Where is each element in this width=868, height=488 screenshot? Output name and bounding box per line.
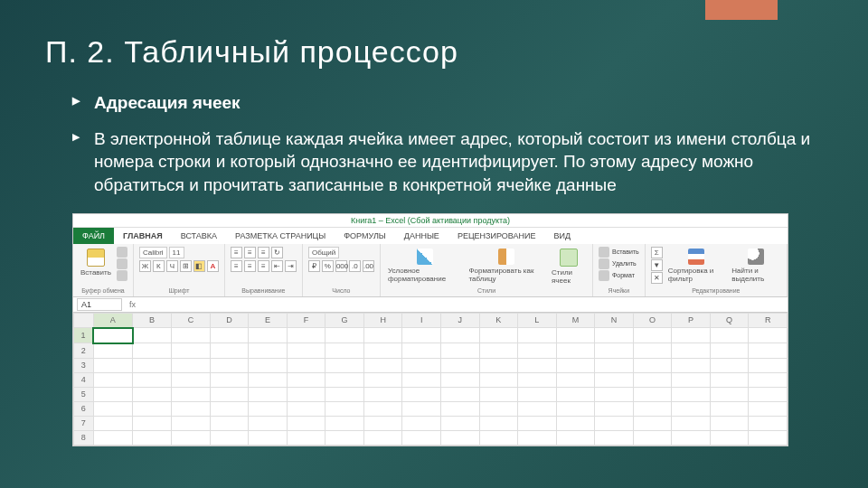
tab-formulas[interactable]: ФОРМУЛЫ [335, 228, 395, 244]
fill-btn[interactable]: ◧ [193, 260, 205, 272]
insert-cell[interactable]: Вставить [599, 247, 639, 258]
formula-bar: A1 fx [73, 297, 788, 313]
paste-icon [87, 249, 105, 267]
tab-home[interactable]: ГЛАВНАЯ [114, 228, 172, 244]
delete-cell[interactable]: Удалить [599, 258, 639, 269]
clear-icon[interactable]: ✕ [651, 272, 663, 284]
bullet-list: Адресация ячеек В электронной таблице ка… [72, 91, 823, 197]
group-font: Calibri11 ЖКЧ⊞◧A Шрифт [134, 244, 225, 296]
group-alignment: ≡≡≡↻ ≡≡≡⇤⇥ Выравнивание [225, 244, 303, 296]
font-size[interactable]: 11 [169, 247, 184, 258]
spreadsheet-grid[interactable]: ABCDEFGHIJKLMNOPQR 1 2 3 4 5 6 7 8 [73, 313, 788, 446]
format-cell[interactable]: Формат [599, 270, 639, 281]
cut-icon [117, 247, 127, 258]
number-format[interactable]: Общий [308, 247, 339, 258]
sort-icon [688, 249, 704, 265]
bold-btn[interactable]: Ж [139, 260, 151, 272]
ribbon-tabs: ФАЙЛ ГЛАВНАЯ ВСТАВКА РАЗМЕТКА СТРАНИЦЫ Ф… [73, 228, 788, 244]
tab-view[interactable]: ВИД [544, 228, 580, 244]
format-icon [599, 270, 609, 281]
group-editing: Σ▼✕ Сортировка и фильтр Найти и выделить… [646, 244, 788, 296]
sum-icon[interactable]: Σ [651, 247, 663, 258]
format-table[interactable]: Форматировать как таблицу [467, 247, 546, 285]
tab-review[interactable]: РЕЦЕНЗИРОВАНИЕ [448, 228, 545, 244]
underline-btn[interactable]: Ч [166, 260, 178, 272]
slide-title: П. 2. Табличный процессор [45, 34, 823, 70]
tab-pagelayout[interactable]: РАЗМЕТКА СТРАНИЦЫ [226, 228, 335, 244]
group-clipboard: Вставить Буфер обмена [73, 244, 134, 296]
group-cells: Вставить Удалить Формат Ячейки [593, 244, 646, 296]
bullet-item: В электронной таблице каждая ячейка имее… [72, 127, 823, 197]
cell-styles[interactable]: Стили ячеек [550, 247, 587, 286]
fx-icon[interactable]: fx [129, 300, 136, 309]
brush-icon [117, 270, 127, 281]
group-number: Общий ₽%000.0.00 Число [303, 244, 381, 296]
color-btn[interactable]: A [207, 260, 219, 272]
excel-screenshot: Книга1 – Excel (Сбой активации продукта)… [72, 213, 788, 446]
excel-titlebar: Книга1 – Excel (Сбой активации продукта) [73, 214, 788, 228]
insert-icon [599, 247, 609, 258]
border-btn[interactable]: ⊞ [180, 260, 192, 272]
cellstyle-icon [560, 249, 578, 267]
ribbon: Вставить Буфер обмена Calibri11 ЖКЧ⊞◧A Ш… [73, 244, 788, 297]
group-styles: Условное форматирование Форматировать ка… [381, 244, 593, 296]
font-name[interactable]: Calibri [139, 247, 167, 258]
conditional-fmt[interactable]: Условное форматирование [386, 247, 464, 285]
find-icon [748, 249, 764, 265]
accent-decoration [705, 0, 778, 20]
paste-button[interactable]: Вставить [79, 247, 113, 278]
copy-icon [117, 258, 127, 269]
tab-insert[interactable]: ВСТАВКА [172, 228, 226, 244]
tab-file[interactable]: ФАЙЛ [73, 228, 114, 244]
find-select[interactable]: Найти и выделить [730, 247, 781, 285]
tab-data[interactable]: ДАННЫЕ [395, 228, 448, 244]
name-box[interactable]: A1 [77, 298, 122, 311]
delete-icon [599, 258, 609, 269]
bullet-item: Адресация ячеек [72, 91, 823, 115]
italic-btn[interactable]: К [153, 260, 165, 272]
sort-filter[interactable]: Сортировка и фильтр [666, 247, 727, 285]
cond-icon [417, 249, 433, 265]
table-fmt-icon [498, 249, 514, 265]
fill-series-icon[interactable]: ▼ [651, 259, 663, 271]
